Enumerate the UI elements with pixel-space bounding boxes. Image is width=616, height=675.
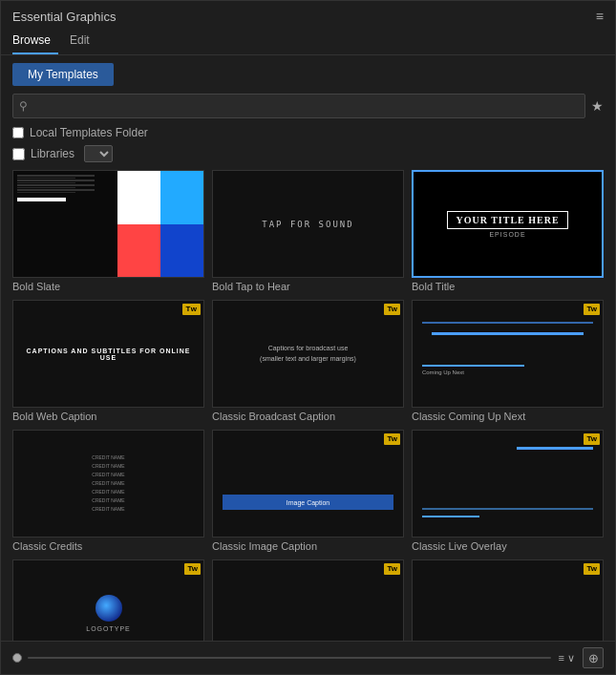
template-label-bold-title: Bold Title: [412, 281, 604, 292]
slider-track[interactable]: [28, 657, 551, 659]
templates-grid-container: Bold Slate TAP FOR SOUND Bold Tap to Hea…: [1, 170, 615, 641]
broadcast-text: Captions for broadcast use (smaller text…: [260, 344, 356, 364]
tab-edit[interactable]: Edit: [70, 30, 97, 54]
template-classic-credits[interactable]: CREDIT NAMECREDIT NAMECREDIT NAMECREDIT …: [12, 430, 204, 552]
tw-badge-broadcast: Tw: [384, 304, 400, 315]
search-wrapper: ⚲: [12, 94, 585, 118]
template-label-bold-slate: Bold Slate: [12, 281, 204, 292]
tw-badge-image-caption: Tw: [384, 433, 400, 445]
new-item-icon: ⊕: [588, 651, 599, 665]
template-thumb-12: Tw: [412, 559, 604, 641]
coming-up-small-text: Coming Up Next: [422, 369, 593, 375]
bold-title-sub: EPISODE: [489, 231, 525, 238]
template-thumb-broadcast: Tw Captions for broadcast use (smaller t…: [212, 300, 404, 408]
coming-up-top-bar: [422, 322, 593, 324]
slider-container: [12, 653, 551, 663]
template-bold-web-caption[interactable]: Tw CAPTIONS AND SUBTITLES FOR ONLINE USE…: [12, 300, 204, 422]
web-caption-text: CAPTIONS AND SUBTITLES FOR ONLINE USE: [13, 344, 203, 365]
libraries-label: Libraries: [31, 147, 74, 160]
panel-header: Essential Graphics ≡: [1, 1, 615, 30]
template-12[interactable]: Tw: [412, 559, 604, 641]
libraries-row: Libraries: [1, 143, 615, 164]
libraries-dropdown[interactable]: [84, 145, 113, 162]
template-classic-image-caption[interactable]: Tw Image Caption Classic Image Caption: [212, 430, 404, 552]
local-templates-row: Local Templates Folder: [1, 124, 615, 141]
tap-text: TAP FOR SOUND: [262, 220, 353, 229]
template-label-live-overlay: Classic Live Overlay: [412, 540, 604, 552]
template-thumb-bold-web-caption: Tw CAPTIONS AND SUBTITLES FOR ONLINE USE: [12, 300, 204, 408]
coming-up-bar: [432, 332, 584, 335]
tw-badge-coming-up: Tw: [584, 304, 600, 315]
template-label-bold-tap: Bold Tap to Hear: [212, 281, 404, 292]
template-thumb-credits: CREDIT NAMECREDIT NAMECREDIT NAMECREDIT …: [12, 430, 204, 538]
template-thumb-bold-title: YOUR TITLE HERE EPISODE: [412, 170, 604, 278]
sort-icon: ≡: [559, 652, 564, 664]
template-bold-title[interactable]: YOUR TITLE HERE EPISODE Bold Title: [412, 170, 604, 292]
sort-arrow-icon: ∨: [567, 652, 575, 664]
essential-graphics-panel: Essential Graphics ≡ Browse Edit My Temp…: [0, 0, 616, 675]
tab-bar: Browse Edit: [1, 30, 615, 55]
template-classic-broadcast[interactable]: Tw Captions for broadcast use (smaller t…: [212, 300, 404, 422]
tw-badge-logo: Tw: [184, 563, 201, 575]
template-thumb-live-overlay: Tw: [412, 430, 604, 538]
templates-grid: Bold Slate TAP FOR SOUND Bold Tap to Hea…: [12, 170, 604, 641]
template-logo[interactable]: Tw LOGOTYPE: [12, 559, 204, 641]
tab-browse[interactable]: Browse: [12, 30, 58, 54]
credits-text: CREDIT NAMECREDIT NAMECREDIT NAMECREDIT …: [88, 448, 128, 519]
template-thumb-bold-tap: TAP FOR SOUND: [212, 170, 404, 278]
template-label-credits: Classic Credits: [12, 540, 204, 552]
image-caption-text: Image Caption: [287, 499, 330, 506]
template-bold-tap-to-hear[interactable]: TAP FOR SOUND Bold Tap to Hear: [212, 170, 404, 292]
hamburger-menu-icon[interactable]: ≡: [596, 9, 604, 24]
template-bold-slate[interactable]: Bold Slate: [12, 170, 204, 292]
template-thumb-logo: Tw LOGOTYPE: [12, 559, 204, 641]
template-label-coming-up: Classic Coming Up Next: [412, 411, 604, 422]
logo-text: LOGOTYPE: [86, 625, 131, 632]
template-label-web-caption: Bold Web Caption: [12, 411, 204, 422]
logo-circle: [96, 595, 122, 622]
template-thumb-image-caption: Tw Image Caption: [212, 430, 404, 538]
sort-button[interactable]: ≡ ∨: [559, 652, 575, 664]
template-thumb-bold-slate: [12, 170, 204, 278]
tw-badge-11: Tw: [384, 563, 400, 575]
local-templates-label: Local Templates Folder: [30, 126, 148, 139]
coming-up-label-area: Coming Up Next: [422, 365, 593, 375]
live-overlay-bar: [517, 447, 593, 450]
template-label-image-caption: Classic Image Caption: [212, 540, 404, 552]
panel-bottom: ≡ ∨ ⊕: [1, 641, 615, 674]
favorites-star-icon[interactable]: ★: [591, 98, 604, 114]
my-templates-button[interactable]: My Templates: [12, 63, 114, 86]
search-row: ⚲ ★: [1, 94, 615, 118]
template-classic-live-overlay[interactable]: Tw Classic Live Overlay: [412, 430, 604, 552]
image-caption-bar: Image Caption: [223, 495, 393, 510]
template-thumb-coming-up: Tw Coming Up Next: [412, 300, 604, 408]
template-thumb-11: Tw: [212, 559, 404, 641]
panel-title: Essential Graphics: [12, 10, 116, 24]
tw-badge-web-caption: Tw: [182, 304, 201, 315]
search-input[interactable]: [12, 94, 585, 118]
libraries-checkbox[interactable]: [12, 148, 25, 160]
new-item-button[interactable]: ⊕: [583, 647, 604, 668]
template-classic-coming-up[interactable]: Tw Coming Up Next Classic Coming Up Next: [412, 300, 604, 422]
tw-badge-live-overlay: Tw: [584, 433, 600, 445]
slider-thumb[interactable]: [12, 653, 22, 663]
template-label-broadcast: Classic Broadcast Caption: [212, 411, 404, 422]
bold-title-text: YOUR TITLE HERE: [447, 211, 567, 229]
template-11[interactable]: Tw: [212, 559, 404, 641]
local-templates-checkbox[interactable]: [12, 127, 24, 138]
tw-badge-12: Tw: [584, 563, 600, 575]
